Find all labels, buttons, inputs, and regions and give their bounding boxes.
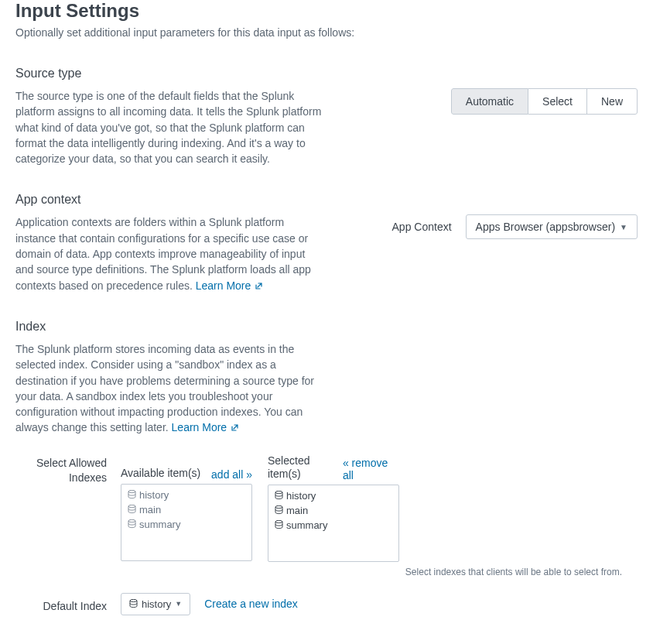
app-context-title: App context: [15, 193, 638, 207]
source-type-desc: The source type is one of the default fi…: [15, 88, 325, 166]
app-context-field-label: App Context: [392, 221, 452, 233]
database-icon: [275, 520, 283, 529]
database-icon: [128, 519, 136, 529]
source-type-automatic-button[interactable]: Automatic: [451, 88, 528, 115]
available-item[interactable]: summary: [121, 517, 251, 532]
app-context-desc: Application contexts are folders within …: [15, 214, 325, 293]
add-all-link[interactable]: add all »: [211, 468, 252, 481]
remove-all-link[interactable]: « remove all: [343, 457, 399, 481]
indexes-hint: Select indexes that clients will be able…: [121, 567, 638, 577]
section-app-context: App context Application contexts are fol…: [15, 193, 638, 293]
index-learn-more-link[interactable]: Learn More: [172, 421, 239, 433]
page-title: Input Settings: [15, 0, 638, 22]
database-icon: [128, 490, 136, 499]
database-icon: [275, 491, 283, 500]
app-context-learn-more-link[interactable]: Learn More: [196, 279, 263, 292]
database-icon: [275, 505, 283, 515]
index-desc: The Splunk platform stores incoming data…: [15, 341, 325, 436]
source-type-button-group: Automatic Select New: [451, 88, 638, 115]
section-source-type: Source type The source type is one of th…: [15, 67, 638, 166]
available-items-header: Available item(s): [121, 467, 200, 481]
caret-down-icon: ▼: [175, 600, 182, 608]
selected-items-list: history main summary: [268, 485, 399, 562]
section-index: Index The Splunk platform stores incomin…: [15, 320, 638, 615]
source-type-select-button[interactable]: Select: [528, 88, 587, 115]
source-type-new-button[interactable]: New: [587, 88, 638, 115]
index-title: Index: [15, 320, 638, 334]
available-item[interactable]: main: [121, 502, 251, 517]
allowed-indexes-label: Select Allowed Indexes: [15, 454, 107, 486]
external-link-icon: [231, 424, 239, 432]
selected-item[interactable]: summary: [268, 518, 398, 533]
selected-item[interactable]: main: [268, 503, 398, 518]
available-items-list: history main summary: [121, 484, 252, 561]
page-subtitle: Optionally set additional input paramete…: [15, 26, 638, 39]
external-link-icon: [255, 283, 263, 290]
database-icon: [129, 599, 138, 608]
default-index-label: Default Index: [15, 593, 107, 615]
create-new-index-link[interactable]: Create a new index: [204, 598, 298, 610]
available-item[interactable]: history: [121, 488, 251, 502]
default-index-dropdown[interactable]: history ▼: [121, 593, 190, 615]
selected-items-header: Selected item(s): [268, 454, 343, 481]
source-type-title: Source type: [15, 67, 638, 80]
selected-item[interactable]: history: [268, 488, 398, 503]
database-icon: [128, 505, 136, 514]
caret-down-icon: ▼: [620, 223, 627, 231]
app-context-dropdown[interactable]: Apps Browser (appsbrowser) ▼: [466, 214, 638, 239]
